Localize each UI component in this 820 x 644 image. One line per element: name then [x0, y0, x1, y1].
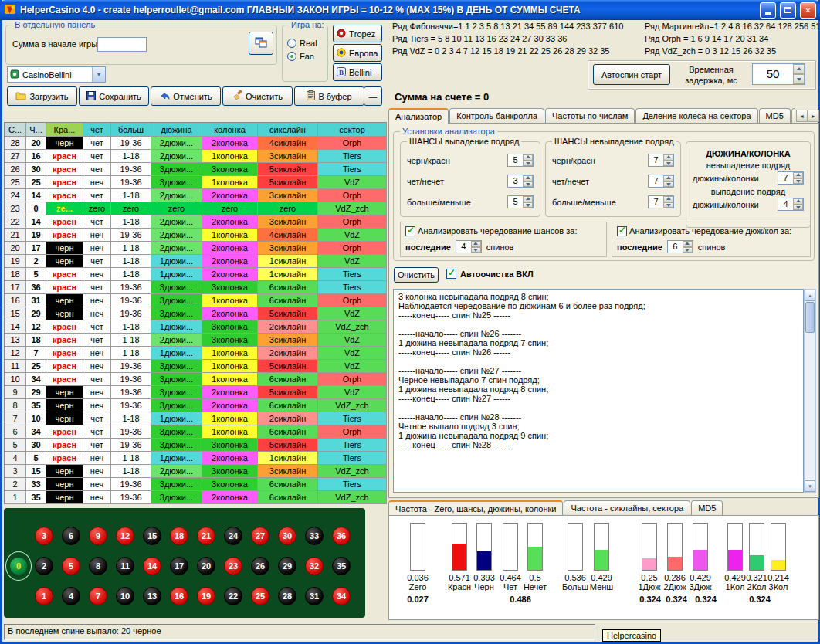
spins-table-cell[interactable]: 3сиклайн	[258, 334, 318, 347]
delay-value[interactable]: 50	[753, 64, 793, 84]
spins-table-cell[interactable]: 1-18	[111, 452, 151, 465]
board-number-29[interactable]: 29	[278, 557, 296, 575]
spins-table-cell[interactable]: Tiers	[318, 150, 387, 163]
bellini-button[interactable]: BBellini	[333, 63, 382, 81]
spin-up-icon[interactable]	[663, 175, 673, 181]
log-scrollbar[interactable]: ▲ ▼	[804, 289, 816, 493]
spins-table-cell[interactable]: 1	[5, 491, 26, 504]
spins-table-cell[interactable]: неч	[83, 386, 111, 399]
spins-table-cell[interactable]: 3сиклайн	[258, 189, 318, 202]
spins-table-cell[interactable]: 3дюжи...	[151, 281, 202, 294]
spins-table-cell[interactable]: 6сиклайн	[258, 425, 318, 439]
copy-buffer-button[interactable]: В буфер	[294, 86, 364, 106]
spins-table-cell[interactable]: 2колонка	[202, 386, 258, 399]
radio-option-real[interactable]: Real	[287, 36, 317, 49]
spins-table-cell[interactable]: 24	[5, 189, 26, 202]
board-number-17[interactable]: 17	[170, 557, 188, 575]
alternation-chances-spinner[interactable]: 4	[456, 240, 482, 253]
spins-table-cell[interactable]: чет	[83, 439, 111, 452]
spins-table-cell[interactable]: 2дюжи...	[151, 137, 202, 150]
spins-table-cell[interactable]: 6сиклайн	[258, 399, 318, 412]
spins-table-cell[interactable]: 5	[26, 268, 46, 281]
spins-table-cell[interactable]: чет	[83, 255, 111, 268]
board-number-13[interactable]: 13	[143, 587, 161, 605]
spins-table-cell[interactable]: 3дюжи...	[151, 386, 202, 399]
close-button[interactable]: ✕	[800, 2, 816, 19]
spins-table-cell[interactable]: чет	[83, 137, 111, 150]
spins-table-cell[interactable]: красн	[46, 229, 83, 242]
spins-table-cell[interactable]: 5	[5, 439, 26, 452]
spins-table-cell[interactable]: Tiers	[318, 452, 387, 465]
spin-down-icon[interactable]	[663, 202, 673, 208]
spins-table-cell[interactable]: неч	[83, 242, 111, 255]
spins-table-cell[interactable]: 3колонка	[202, 320, 258, 334]
chances-hit-spinner[interactable]: 5	[507, 154, 534, 167]
spins-table-cell[interactable]: 1сиклайн	[258, 452, 318, 465]
spins-table-cell[interactable]: 21	[5, 229, 26, 242]
spins-table-cell[interactable]: черн	[46, 307, 83, 320]
spins-table-cell[interactable]: VdZ_zch	[318, 320, 387, 334]
spins-table-cell[interactable]: 3колонка	[202, 478, 258, 491]
board-number-33[interactable]: 33	[305, 527, 324, 545]
spins-table-cell[interactable]: 1колонка	[202, 150, 258, 163]
spins-table-cell[interactable]: 36	[26, 281, 46, 294]
spins-table-cell[interactable]: Orph	[318, 425, 387, 439]
board-number-25[interactable]: 25	[251, 587, 269, 605]
spins-table-cell[interactable]: 19-36	[111, 229, 151, 242]
spins-table-cell[interactable]: черн	[46, 242, 83, 255]
spins-table-cell[interactable]: красн	[46, 163, 83, 176]
board-number-34[interactable]: 34	[332, 587, 351, 605]
spins-table-cell[interactable]: 2сиклайн	[258, 320, 318, 334]
spins-table-cell[interactable]: 1колонка	[202, 229, 258, 242]
spins-table-cell[interactable]: 23	[5, 202, 26, 215]
spins-table-cell[interactable]: 3колонка	[202, 163, 258, 176]
spins-table-cell[interactable]: 2колонка	[202, 452, 258, 465]
tab-analyzer[interactable]: Анализатор	[388, 108, 449, 124]
spins-table-cell[interactable]: VdZ	[318, 229, 387, 242]
spins-table-cell[interactable]: черн	[46, 255, 83, 268]
spins-table-cell[interactable]: 2колонка	[202, 255, 258, 268]
spins-table-cell[interactable]: 1-18	[111, 189, 151, 202]
scroll-up-icon[interactable]: ▲	[805, 290, 815, 301]
spins-table-cell[interactable]: 6сиклайн	[258, 294, 318, 307]
spins-table-cell[interactable]: 34	[26, 425, 46, 439]
spins-table-cell[interactable]: 7	[26, 347, 46, 360]
delay-spinner[interactable]: 50	[752, 63, 805, 85]
spins-table-cell[interactable]: 3дюжи...	[151, 425, 202, 439]
board-number-14[interactable]: 14	[143, 557, 161, 575]
spins-table-cell[interactable]: 19-36	[111, 373, 151, 386]
spins-table-cell[interactable]: 3колонка	[202, 281, 258, 294]
collapse-button[interactable]: —	[364, 86, 382, 106]
spins-table-cell[interactable]: неч	[83, 360, 111, 373]
spins-table-cell[interactable]: 5сиклайн	[258, 360, 318, 373]
spins-table-cell[interactable]: zero	[151, 202, 202, 215]
chances-nohit-spinner[interactable]: 7	[648, 175, 674, 188]
chances-hit-spinner[interactable]: 3	[507, 175, 534, 188]
spins-table-cell[interactable]: 1-18	[111, 347, 151, 360]
spins-table-cell[interactable]: 2колонка	[202, 242, 258, 255]
spin-up-icon[interactable]	[523, 154, 533, 161]
scrollbar-thumb[interactable]	[805, 302, 815, 333]
spins-table-cell[interactable]: 3колонка	[202, 465, 258, 478]
spins-table-cell[interactable]: 19-36	[111, 439, 151, 452]
spins-table-cell[interactable]: 19-36	[111, 360, 151, 373]
spin-down-icon[interactable]	[471, 247, 481, 253]
spins-table-cell[interactable]: VdZ_zch	[318, 491, 387, 504]
spins-table-cell[interactable]: красн	[46, 176, 83, 189]
spins-table-cell[interactable]: 35	[26, 491, 46, 504]
spins-table-cell[interactable]: 6сиклайн	[258, 373, 318, 386]
spins-table-cell[interactable]: Orph	[318, 215, 387, 229]
spins-table-cell[interactable]: 3сиклайн	[258, 150, 318, 163]
spins-table-cell[interactable]: 15	[26, 465, 46, 478]
spins-table-cell[interactable]: 3сиклайн	[258, 242, 318, 255]
board-number-18[interactable]: 18	[170, 527, 188, 545]
spins-table-cell[interactable]: черн	[46, 386, 83, 399]
autospin-start-button[interactable]: Автоспин старт	[593, 64, 670, 85]
board-number-20[interactable]: 20	[197, 557, 215, 575]
spins-table-cell[interactable]: неч	[83, 452, 111, 465]
spins-table-cell[interactable]: 14	[26, 189, 46, 202]
spins-table-cell[interactable]: 19-36	[111, 307, 151, 320]
board-number-8[interactable]: 8	[89, 557, 107, 575]
chances-nohit-spinner[interactable]: 7	[648, 154, 674, 167]
spins-table-cell[interactable]: 19-36	[111, 176, 151, 189]
